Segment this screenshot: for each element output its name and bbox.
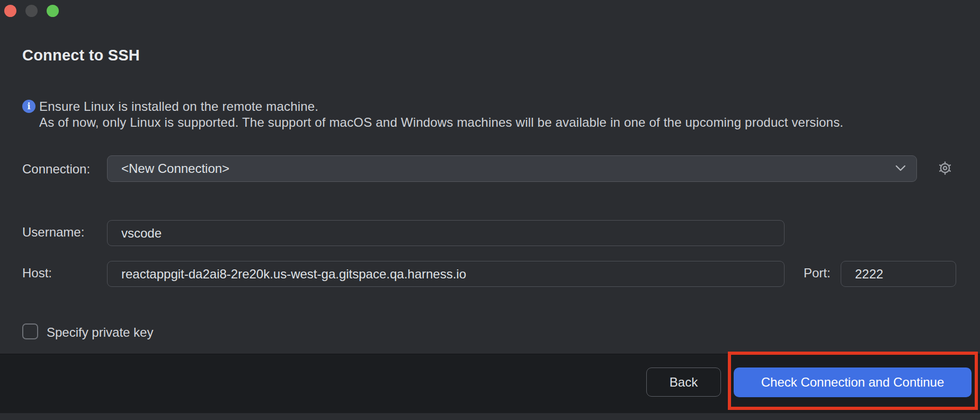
page-title: Connect to SSH	[22, 47, 140, 64]
connection-dropdown[interactable]: <New Connection>	[107, 155, 917, 182]
connection-settings-button[interactable]	[936, 159, 955, 178]
dialog-footer: Back Check Connection and Continue	[0, 354, 980, 413]
connection-dropdown-value: <New Connection>	[121, 161, 889, 176]
specify-private-key-checkbox[interactable]	[22, 323, 38, 339]
minimize-window-button[interactable]	[25, 5, 38, 17]
connection-label: Connection:	[22, 162, 90, 177]
port-label: Port:	[804, 266, 831, 281]
port-input[interactable]	[841, 261, 956, 287]
window-controls	[4, 5, 59, 17]
zoom-window-button[interactable]	[47, 5, 59, 17]
notice-line-2: As of now, only Linux is supported. The …	[39, 115, 843, 130]
connect-to-ssh-dialog: Connect to SSH i Ensure Linux is install…	[0, 0, 980, 420]
back-button[interactable]: Back	[646, 368, 721, 397]
notice-text: Ensure Linux is installed on the remote …	[39, 99, 843, 130]
gear-icon	[937, 160, 954, 178]
username-label: Username:	[22, 225, 84, 240]
specify-private-key-label[interactable]: Specify private key	[47, 325, 153, 340]
chevron-down-icon	[895, 164, 906, 173]
check-connection-and-continue-button[interactable]: Check Connection and Continue	[734, 368, 972, 397]
notice-line-1: Ensure Linux is installed on the remote …	[39, 99, 843, 115]
close-window-button[interactable]	[4, 5, 16, 17]
info-icon: i	[22, 100, 35, 113]
username-input[interactable]	[107, 220, 785, 246]
host-label: Host:	[22, 266, 52, 281]
host-input[interactable]	[107, 261, 785, 287]
